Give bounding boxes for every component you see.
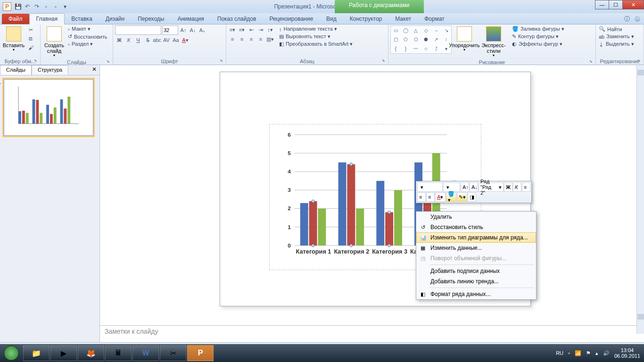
spacing-icon[interactable]: AV xyxy=(162,36,171,44)
shrink-font-icon[interactable]: A↓ xyxy=(189,26,197,34)
scroll-down-icon[interactable] xyxy=(637,314,644,320)
bold-icon[interactable]: Ж xyxy=(115,36,124,44)
maximize-button[interactable]: ☐ xyxy=(609,0,623,9)
qat-icon[interactable]: ▫ xyxy=(42,3,50,10)
panel-tab-slides[interactable]: Слайды xyxy=(0,65,32,75)
copy-icon[interactable]: ⧉ xyxy=(26,34,35,43)
font-size-combo[interactable] xyxy=(162,25,178,35)
task-word[interactable]: W xyxy=(132,345,159,361)
mini-align-center-icon[interactable]: ≡ xyxy=(417,192,426,202)
mini-font-combo[interactable]: ▾ xyxy=(417,182,443,192)
slide-thumbnail[interactable] xyxy=(4,79,93,136)
minimize-button[interactable]: — xyxy=(595,0,609,9)
scroll-up-icon[interactable] xyxy=(637,70,644,75)
arrange-button[interactable]: Упорядочить▾ xyxy=(453,25,476,53)
mini-series-combo[interactable]: Ряд "Ряд 2" ▾ xyxy=(479,182,504,192)
tray-action-icon[interactable]: ⚑ xyxy=(586,350,591,356)
columns-icon[interactable]: ▥▾ xyxy=(266,35,274,43)
task-explorer[interactable]: 📁 xyxy=(23,345,50,361)
font-name-combo[interactable] xyxy=(115,25,161,35)
align-text-button[interactable]: ▤ Выровнять текст ▾ xyxy=(278,33,354,40)
indent-inc-icon[interactable]: ⇥ xyxy=(256,25,265,34)
tab-home[interactable]: Главная xyxy=(29,13,65,25)
mini-align-left-icon[interactable]: ≡ xyxy=(522,182,530,192)
underline-icon[interactable]: Ч xyxy=(134,36,142,44)
layout-button[interactable]: ▫ Макет ▾ xyxy=(67,25,108,33)
format-painter-icon[interactable]: 🖌 xyxy=(26,43,35,52)
tab-chart-layout[interactable]: Макет xyxy=(388,14,418,24)
quick-styles-button[interactable]: Экспресс-стили▾ xyxy=(477,25,510,59)
paste-button[interactable]: Вставить▾ xyxy=(2,25,25,53)
shape-effects-button[interactable]: ◐ Эффекты фигур ▾ xyxy=(511,41,565,48)
section-button[interactable]: ▫ Раздел ▾ xyxy=(67,41,108,48)
tab-design[interactable]: Дизайн xyxy=(99,14,131,24)
strike-icon[interactable]: S̶ xyxy=(143,36,152,44)
text-direction-button[interactable]: ↕ Направление текста ▾ xyxy=(278,25,354,33)
tab-insert[interactable]: Вставка xyxy=(65,14,99,24)
select-button[interactable]: ⭳ Выделить ▾ xyxy=(598,41,635,48)
task-snip[interactable]: ✂ xyxy=(160,345,186,361)
undo-icon[interactable]: ↶ xyxy=(24,3,31,10)
smartart-button[interactable]: ◧ Преобразовать в SmartArt ▾ xyxy=(278,41,354,48)
clear-format-icon[interactable]: Aₓ xyxy=(198,26,206,34)
shape-outline-button[interactable]: ✎ Контур фигуры ▾ xyxy=(511,33,565,40)
mini-font-color-icon[interactable]: A▾ xyxy=(435,192,446,202)
ctx-edit-data[interactable]: ▦Изменить данные... xyxy=(416,243,536,253)
case-icon[interactable]: Aa xyxy=(172,36,180,44)
tray-network-icon[interactable]: 📶 xyxy=(575,350,581,356)
task-calc[interactable]: 🖩 xyxy=(105,345,132,361)
help-icons[interactable]: ⓘ ㋰ xyxy=(624,15,640,23)
align-center-icon[interactable]: ≡ xyxy=(238,35,246,43)
mini-grow-icon[interactable]: A↑ xyxy=(461,182,469,192)
vertical-scrollbar[interactable] xyxy=(636,65,644,334)
close-button[interactable]: ✕ xyxy=(622,0,644,9)
mini-eraser-icon[interactable]: ◨ xyxy=(468,192,476,202)
cut-icon[interactable]: ✂ xyxy=(26,25,35,34)
italic-icon[interactable]: К xyxy=(124,36,133,44)
ctx-add-data-labels[interactable]: Добавить подписи данных xyxy=(416,266,536,276)
task-firefox[interactable]: 🦊 xyxy=(78,345,104,361)
qat-more-icon[interactable]: ▾ xyxy=(61,3,69,10)
mini-size-combo[interactable]: ▾ xyxy=(443,182,460,192)
qat-icon[interactable]: ▫ xyxy=(52,3,59,10)
shadow-icon[interactable]: abc xyxy=(153,36,161,44)
ctx-reset-style[interactable]: ↺Восстановить стиль xyxy=(416,222,536,232)
tray-lang[interactable]: RU xyxy=(556,350,563,356)
panel-tab-outline[interactable]: Структура xyxy=(32,65,68,75)
grow-font-icon[interactable]: A↑ xyxy=(179,26,188,34)
tab-chart-format[interactable]: Формат xyxy=(418,14,451,24)
mini-align-right-icon[interactable]: ≡ xyxy=(426,192,435,202)
shape-fill-button[interactable]: 🪣 Заливка фигуры ▾ xyxy=(511,25,565,33)
replace-button[interactable]: ab Заменить ▾ xyxy=(598,33,635,40)
align-right-icon[interactable]: ≡ xyxy=(247,35,256,43)
indent-dec-icon[interactable]: ⇤ xyxy=(247,25,256,34)
tray-up-icon[interactable]: ▴ xyxy=(595,350,598,356)
start-button[interactable] xyxy=(0,344,23,362)
font-color-icon[interactable]: A▾ xyxy=(181,36,190,44)
justify-icon[interactable]: ≡ xyxy=(256,35,265,43)
tab-animation[interactable]: Анимация xyxy=(171,14,210,24)
mini-bold-icon[interactable]: Ж xyxy=(504,182,512,192)
ctx-format-series[interactable]: ◧Формат ряда данных... xyxy=(416,289,536,299)
mini-fill-icon[interactable]: 🪣▾ xyxy=(446,192,456,202)
line-spacing-icon[interactable]: ↕▾ xyxy=(266,25,274,34)
bullets-icon[interactable]: ≡▾ xyxy=(228,25,237,34)
notes-pane[interactable]: Заметки к слайду xyxy=(100,325,636,344)
reset-button[interactable]: ↺ Восстановить xyxy=(67,33,108,40)
shape-gallery[interactable]: ▭◯△◇→↘ ▢⬠⬡⬟↗↕ {}〰☆⤴▾ xyxy=(390,25,452,54)
mini-shrink-icon[interactable]: A↓ xyxy=(470,182,478,192)
ctx-add-trendline[interactable]: Добавить линию тренда... xyxy=(416,276,536,287)
tab-slideshow[interactable]: Показ слайдов xyxy=(211,14,263,24)
new-slide-button[interactable]: Создать слайд▾ xyxy=(42,25,66,59)
mini-italic-icon[interactable]: К xyxy=(513,182,521,192)
ctx-delete[interactable]: Удалить xyxy=(416,212,536,222)
tray-flag-icon[interactable]: ▫ xyxy=(568,350,570,356)
tray-clock[interactable]: 13:04 06.09.2011 xyxy=(614,347,640,359)
panel-close-icon[interactable]: ✕ xyxy=(89,65,99,75)
task-wmp[interactable]: ▶ xyxy=(50,345,77,361)
tab-review[interactable]: Рецензирование xyxy=(263,14,320,24)
numbering-icon[interactable]: ≡▾ xyxy=(238,25,246,34)
tab-constructor[interactable]: Конструктор xyxy=(343,14,388,24)
tab-file[interactable]: Файл xyxy=(2,14,29,24)
tab-view[interactable]: Вид xyxy=(320,14,343,24)
